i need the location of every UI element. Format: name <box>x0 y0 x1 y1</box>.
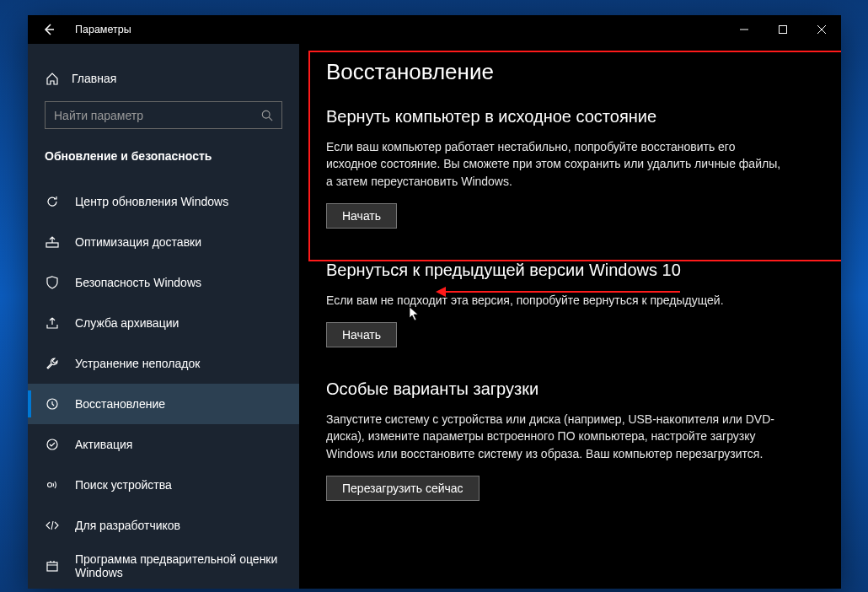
maximize-button[interactable] <box>764 15 802 44</box>
search-icon <box>261 110 273 121</box>
sidebar-item-activation[interactable]: Активация <box>28 424 299 465</box>
main-panel: Восстановление Вернуть компьютер в исход… <box>299 44 841 589</box>
sidebar-item-delivery-optimization[interactable]: Оптимизация доставки <box>28 222 299 262</box>
sidebar-item-label: Безопасность Windows <box>75 276 201 289</box>
svg-point-4 <box>47 439 57 449</box>
delivery-icon <box>45 234 60 250</box>
goback-start-button[interactable]: Начать <box>326 322 397 347</box>
section-advanced-startup: Особые варианты загрузки Запустите систе… <box>326 379 816 501</box>
close-icon <box>817 25 826 34</box>
svg-rect-6 <box>47 562 57 571</box>
nav: Центр обновления Windows Оптимизация дос… <box>28 181 299 589</box>
backup-icon <box>45 315 60 331</box>
home-label: Главная <box>72 72 116 85</box>
section-reset-pc: Вернуть компьютер в исходное состояние Е… <box>326 107 816 229</box>
section-title: Вернуть компьютер в исходное состояние <box>326 107 816 126</box>
svg-point-1 <box>262 110 270 118</box>
sidebar-item-windows-security[interactable]: Безопасность Windows <box>28 262 299 303</box>
section-desc: Если вам не подходит эта версия, попробу… <box>326 292 781 309</box>
sidebar-item-developer[interactable]: Для разработчиков <box>28 505 299 546</box>
activation-icon <box>45 437 60 452</box>
sidebar: Главная Обновление и безопасность Центр … <box>28 44 299 589</box>
section-desc: Запустите систему с устройства или диска… <box>326 411 781 462</box>
sidebar-item-label: Восстановление <box>75 397 165 411</box>
section-desc: Если ваш компьютер работает нестабильно,… <box>326 138 781 190</box>
sidebar-item-label: Оптимизация доставки <box>75 235 201 249</box>
sidebar-item-label: Центр обновления Windows <box>75 195 228 208</box>
sidebar-item-label: Устранение неполадок <box>75 357 200 370</box>
home-link[interactable]: Главная <box>45 61 282 101</box>
troubleshoot-icon <box>45 356 60 371</box>
sidebar-item-recovery[interactable]: Восстановление <box>28 384 299 424</box>
page-title: Восстановление <box>326 59 816 85</box>
settings-window: Параметры Главная <box>28 15 841 589</box>
search-box[interactable] <box>45 101 282 129</box>
window-title: Параметры <box>75 24 131 35</box>
sidebar-item-label: Для разработчиков <box>75 519 180 532</box>
sidebar-item-insider[interactable]: Программа предварительной оценки Windows <box>28 546 299 586</box>
svg-rect-2 <box>46 243 58 247</box>
sidebar-item-troubleshoot[interactable]: Устранение неполадок <box>28 343 299 384</box>
sidebar-item-backup[interactable]: Служба архивации <box>28 303 299 343</box>
sidebar-item-label: Служба архивации <box>75 316 179 330</box>
category-label: Обновление и безопасность <box>45 149 282 163</box>
sidebar-item-label: Программа предварительной оценки Windows <box>75 552 282 579</box>
sidebar-item-label: Активация <box>75 438 132 451</box>
content: Главная Обновление и безопасность Центр … <box>28 44 841 589</box>
reset-start-button[interactable]: Начать <box>326 203 397 229</box>
find-device-icon <box>45 477 60 492</box>
restart-now-button[interactable]: Перезагрузить сейчас <box>326 476 480 501</box>
close-button[interactable] <box>802 15 841 44</box>
minimize-button[interactable] <box>725 15 764 44</box>
sync-icon <box>45 194 60 209</box>
shield-icon <box>45 275 60 290</box>
section-go-back: Вернуться к предыдущей версии Windows 10… <box>326 261 816 347</box>
search-input[interactable] <box>54 109 261 122</box>
back-button[interactable] <box>29 15 68 44</box>
section-title: Особые варианты загрузки <box>326 379 816 399</box>
developer-icon <box>45 518 60 533</box>
recovery-icon <box>45 396 60 412</box>
sidebar-item-label: Поиск устройства <box>75 478 172 492</box>
home-icon <box>45 71 60 86</box>
minimize-icon <box>740 25 748 34</box>
sidebar-item-windows-update[interactable]: Центр обновления Windows <box>28 181 299 222</box>
section-title: Вернуться к предыдущей версии Windows 10 <box>326 261 816 280</box>
titlebar: Параметры <box>28 15 841 44</box>
insider-icon <box>45 558 60 573</box>
arrow-left-icon <box>42 23 56 36</box>
svg-point-5 <box>48 483 52 487</box>
sidebar-item-find-device[interactable]: Поиск устройства <box>28 465 299 505</box>
svg-rect-0 <box>780 26 787 34</box>
maximize-icon <box>779 25 787 34</box>
